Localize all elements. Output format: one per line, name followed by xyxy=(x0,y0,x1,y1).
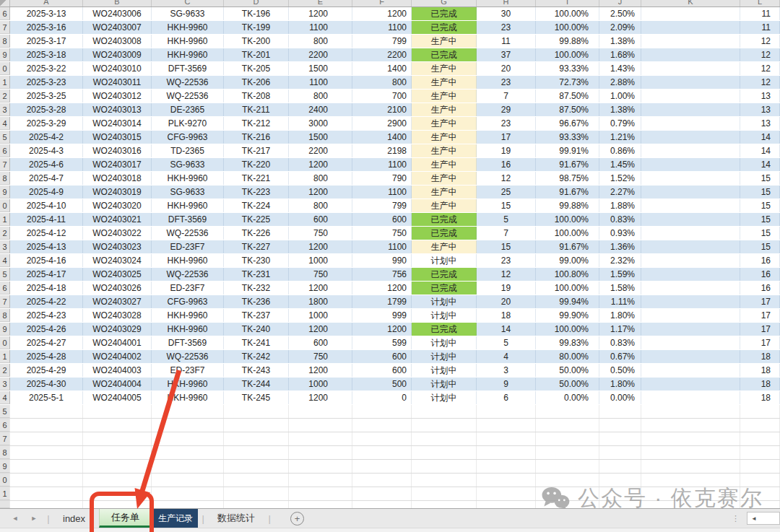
cell[interactable] xyxy=(641,282,740,295)
cell[interactable]: 0 xyxy=(352,391,412,404)
cell[interactable]: TK-226 xyxy=(224,227,289,240)
row-header[interactable]: 1 xyxy=(0,350,10,363)
cell[interactable] xyxy=(599,487,641,500)
cell[interactable] xyxy=(536,432,599,445)
cell[interactable]: 99.88% xyxy=(536,199,599,212)
cell[interactable]: 已完成 xyxy=(412,48,477,61)
cell[interactable]: 2400 xyxy=(289,103,352,116)
cell[interactable] xyxy=(289,419,352,432)
row-header[interactable]: 9 xyxy=(0,323,10,336)
cell[interactable]: 2025-4-6 xyxy=(10,158,83,171)
cell[interactable]: 17 xyxy=(740,295,780,308)
cell[interactable]: 14 xyxy=(740,131,780,144)
prev-sheet-icon[interactable]: ◄ xyxy=(6,509,25,528)
cell[interactable]: 990 xyxy=(352,254,412,267)
cell[interactable]: 已完成 xyxy=(412,282,477,295)
cell[interactable]: 12 xyxy=(740,35,780,48)
row-header[interactable]: 8 xyxy=(0,172,10,185)
cell[interactable]: 15 xyxy=(740,172,780,185)
cell[interactable] xyxy=(412,432,477,445)
cell[interactable] xyxy=(152,446,224,459)
cell[interactable]: 14 xyxy=(740,144,780,157)
cell[interactable]: 2025-4-17 xyxy=(10,268,83,281)
cell[interactable] xyxy=(641,474,740,487)
cell[interactable] xyxy=(641,391,740,404)
cell[interactable]: 1200 xyxy=(289,391,352,404)
cell[interactable]: 23 xyxy=(477,76,536,89)
sheet-tab-statistics[interactable]: 数据统计 xyxy=(208,509,264,528)
cell[interactable]: TK-241 xyxy=(224,336,289,349)
cell[interactable]: TK-208 xyxy=(224,90,289,103)
cell[interactable]: 2025-3-13 xyxy=(10,7,83,20)
cell[interactable]: 87.50% xyxy=(536,103,599,116)
cell[interactable] xyxy=(641,364,740,377)
cell[interactable]: WO2403009 xyxy=(83,48,152,61)
cell[interactable]: 3 xyxy=(477,364,536,377)
cell[interactable] xyxy=(10,432,83,445)
cell[interactable] xyxy=(412,405,477,418)
cell[interactable]: WO2403025 xyxy=(83,268,152,281)
cell[interactable] xyxy=(641,144,740,157)
cell[interactable]: DFT-3569 xyxy=(152,213,224,226)
cell[interactable]: TK-227 xyxy=(224,240,289,253)
cell[interactable] xyxy=(740,432,780,445)
row-header[interactable]: 3 xyxy=(0,378,10,391)
cell[interactable]: WO2403014 xyxy=(83,117,152,130)
cell[interactable]: 13 xyxy=(740,117,780,130)
cell[interactable]: 1.80% xyxy=(599,378,641,391)
cell[interactable]: 1200 xyxy=(289,240,352,253)
cell[interactable]: SG-9633 xyxy=(152,158,224,171)
row-header[interactable]: 2 xyxy=(0,227,10,240)
cell[interactable]: 13 xyxy=(740,90,780,103)
cell[interactable]: 23 xyxy=(477,117,536,130)
cell[interactable]: 14 xyxy=(477,323,536,336)
cell[interactable]: 已完成 xyxy=(412,21,477,34)
cell[interactable] xyxy=(10,460,83,473)
cell[interactable] xyxy=(599,405,641,418)
cell[interactable]: 799 xyxy=(352,35,412,48)
cell[interactable]: ED-23F7 xyxy=(152,364,224,377)
cell[interactable]: 2025-4-16 xyxy=(10,254,83,267)
cell[interactable]: 18 xyxy=(740,391,780,404)
cell[interactable] xyxy=(641,172,740,185)
row-header[interactable]: 8 xyxy=(0,35,10,48)
cell[interactable]: 12 xyxy=(740,62,780,75)
row-header[interactable]: 9 xyxy=(0,48,10,61)
cell[interactable]: TK-221 xyxy=(224,172,289,185)
cell[interactable] xyxy=(412,474,477,487)
row-header[interactable]: 5 xyxy=(0,268,10,281)
cell[interactable]: 11 xyxy=(740,7,780,20)
cell[interactable]: 600 xyxy=(352,364,412,377)
cell[interactable]: TK-196 xyxy=(224,7,289,20)
cell[interactable] xyxy=(641,62,740,75)
cell[interactable]: 800 xyxy=(289,172,352,185)
cell[interactable]: WO2403029 xyxy=(83,323,152,336)
next-sheet-icon[interactable]: ► xyxy=(25,509,43,528)
cell[interactable] xyxy=(536,446,599,459)
row-header[interactable]: 4 xyxy=(0,391,10,404)
cell[interactable]: 生产中 xyxy=(412,90,477,103)
column-header-E[interactable]: E xyxy=(289,0,352,7)
cell[interactable]: HKH-9960 xyxy=(152,199,224,212)
cell[interactable] xyxy=(641,35,740,48)
cell[interactable]: 91.67% xyxy=(536,240,599,253)
cell[interactable]: 2025-4-26 xyxy=(10,323,83,336)
cell[interactable]: 17 xyxy=(740,323,780,336)
cell[interactable]: 99.90% xyxy=(536,309,599,322)
cell[interactable]: WO2404002 xyxy=(83,350,152,363)
cell[interactable] xyxy=(536,405,599,418)
cell[interactable]: SG-9633 xyxy=(152,7,224,20)
cell[interactable] xyxy=(10,487,83,500)
cell[interactable]: WO2404003 xyxy=(83,364,152,377)
cell[interactable] xyxy=(352,405,412,418)
cell[interactable]: 1.68% xyxy=(599,48,641,61)
cell[interactable]: 生产中 xyxy=(412,186,477,199)
cell[interactable]: 9 xyxy=(477,378,536,391)
cell[interactable]: 99.00% xyxy=(536,254,599,267)
cell[interactable] xyxy=(641,117,740,130)
cell[interactable] xyxy=(740,487,780,500)
row-header[interactable]: 7 xyxy=(0,295,10,308)
cell[interactable]: CFG-9963 xyxy=(152,295,224,308)
row-header[interactable]: 4 xyxy=(0,117,10,130)
cell[interactable] xyxy=(10,474,83,487)
